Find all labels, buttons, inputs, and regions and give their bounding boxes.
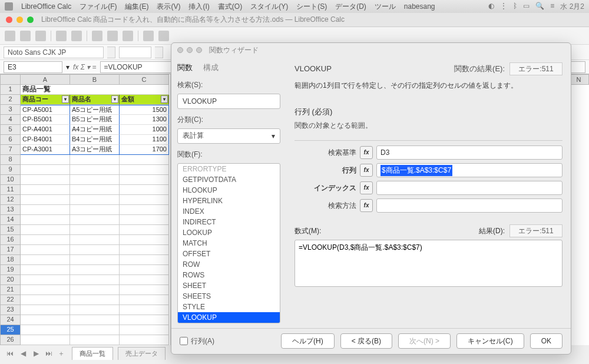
empty-cell[interactable] <box>120 225 169 235</box>
undo-icon[interactable] <box>143 31 154 41</box>
col-header[interactable]: A <box>21 74 70 85</box>
empty-cell[interactable] <box>21 235 70 245</box>
data-cell[interactable]: B5コピー用紙 <box>70 115 120 125</box>
empty-cell[interactable] <box>120 175 169 185</box>
row-header[interactable]: 20 <box>0 275 21 285</box>
cut-icon[interactable] <box>92 31 102 41</box>
param-input[interactable] <box>376 198 562 213</box>
close-icon[interactable] <box>6 16 12 23</box>
function-list-item[interactable]: HLOOKUP <box>178 185 280 196</box>
font-dropdown-icon[interactable] <box>107 47 115 58</box>
data-cell[interactable]: A4コピー用紙 <box>70 125 120 135</box>
formula-textarea[interactable] <box>294 240 562 287</box>
empty-cell[interactable] <box>120 285 169 295</box>
ok-button[interactable]: OK <box>530 333 562 349</box>
data-cell[interactable]: A5コピー用紙 <box>70 105 120 115</box>
empty-cell[interactable] <box>70 205 120 215</box>
row-header[interactable]: 26 <box>0 335 21 345</box>
function-list-item[interactable]: OFFSET <box>178 249 280 259</box>
empty-cell[interactable] <box>70 195 120 205</box>
menu-insert[interactable]: 挿入(I) <box>188 2 209 12</box>
header-cell[interactable]: 金額▾ <box>120 95 169 105</box>
row-header[interactable]: 11 <box>0 185 21 195</box>
row-header[interactable]: 19 <box>0 265 21 275</box>
redo-icon[interactable] <box>158 31 169 41</box>
minimize-icon[interactable] <box>16 16 23 23</box>
empty-cell[interactable] <box>70 305 120 315</box>
fx-button[interactable]: fx Σ ▾ = <box>73 63 97 71</box>
row-header[interactable]: 16 <box>0 235 21 245</box>
function-list-item[interactable]: ROW <box>178 259 280 270</box>
title-cell[interactable]: 商品一覧 <box>21 85 169 95</box>
font-name-field[interactable]: Noto Sans CJK JP <box>4 47 104 58</box>
empty-cell[interactable] <box>120 205 169 215</box>
tab-structure[interactable]: 構成 <box>203 62 219 73</box>
function-list-item[interactable]: INDIRECT <box>178 217 280 227</box>
function-list[interactable]: ERRORTYPEGETPIVOTDATAHLOOKUPHYPERLINKIND… <box>177 163 280 323</box>
data-cell[interactable]: 1000 <box>120 125 169 135</box>
font-size-field[interactable] <box>119 47 151 58</box>
pdf-icon[interactable] <box>56 31 67 41</box>
row-header[interactable]: 7 <box>0 145 21 155</box>
empty-cell[interactable] <box>70 235 120 245</box>
param-input[interactable]: $商品一覧.$A$3:$C$7 <box>376 163 562 177</box>
header-cell[interactable]: 商品コー▾ <box>21 95 70 105</box>
print-icon[interactable] <box>71 31 82 41</box>
empty-cell[interactable] <box>21 255 70 265</box>
function-list-item[interactable]: MATCH <box>178 238 280 249</box>
empty-cell[interactable] <box>21 265 70 275</box>
select-all-corner[interactable] <box>0 74 21 85</box>
empty-cell[interactable] <box>21 305 70 315</box>
empty-cell[interactable] <box>120 255 169 265</box>
row-header[interactable]: 4 <box>0 115 21 125</box>
save-icon[interactable] <box>35 31 46 41</box>
filter-dropdown-icon[interactable]: ▾ <box>111 95 118 103</box>
function-list-item[interactable]: ERRORTYPE <box>178 164 280 174</box>
empty-cell[interactable] <box>21 275 70 285</box>
fx-button[interactable]: fx <box>360 164 373 177</box>
empty-cell[interactable] <box>21 185 70 195</box>
row-header[interactable]: 24 <box>0 315 21 325</box>
row-header[interactable]: 3 <box>0 105 21 115</box>
data-cell[interactable]: CP-B4001 <box>21 135 70 145</box>
empty-cell[interactable] <box>21 215 70 225</box>
data-cell[interactable]: CP-A3001 <box>21 145 70 155</box>
empty-cell[interactable] <box>70 185 120 195</box>
data-cell[interactable]: CP-B5001 <box>21 115 70 125</box>
header-cell[interactable]: 商品名▾ <box>70 95 120 105</box>
empty-cell[interactable] <box>120 235 169 245</box>
cancel-button[interactable]: キャンセル(C) <box>456 333 524 349</box>
data-cell[interactable]: B4コピー用紙 <box>70 135 120 145</box>
paste-icon[interactable] <box>123 31 133 41</box>
row-header[interactable]: 9 <box>0 165 21 175</box>
empty-cell[interactable] <box>120 245 169 255</box>
empty-cell[interactable] <box>120 155 169 165</box>
empty-cell[interactable] <box>21 225 70 235</box>
empty-cell[interactable] <box>70 175 120 185</box>
empty-cell[interactable] <box>70 275 120 285</box>
fx-button[interactable]: fx <box>360 146 373 159</box>
empty-cell[interactable] <box>120 335 169 345</box>
empty-cell[interactable] <box>120 185 169 195</box>
font-size-dropdown-icon[interactable] <box>155 47 163 58</box>
data-cell[interactable]: CP-A5001 <box>21 105 70 115</box>
menu-view[interactable]: 表示(V) <box>157 2 180 12</box>
row-header[interactable]: 6 <box>0 135 21 145</box>
fx-button[interactable]: fx <box>360 199 373 212</box>
empty-cell[interactable] <box>120 315 169 325</box>
function-list-item[interactable]: GETPIVOTDATA <box>178 174 280 185</box>
add-sheet-icon[interactable]: ＋ <box>58 349 67 358</box>
back-button[interactable]: < 戻る(B) <box>340 333 392 349</box>
row-header[interactable]: 1 <box>0 85 21 95</box>
menu-file[interactable]: ファイル(F) <box>80 2 117 12</box>
empty-cell[interactable] <box>120 325 169 335</box>
row-header[interactable]: 23 <box>0 305 21 315</box>
open-icon[interactable] <box>20 31 31 41</box>
empty-cell[interactable] <box>70 215 120 225</box>
sheet-tab-other[interactable]: 売上データ <box>118 347 166 360</box>
function-list-item[interactable]: SHEETS <box>178 291 280 302</box>
empty-cell[interactable] <box>21 315 70 325</box>
row-header[interactable]: 13 <box>0 205 21 215</box>
data-cell[interactable]: 1300 <box>120 115 169 125</box>
empty-cell[interactable] <box>120 305 169 315</box>
